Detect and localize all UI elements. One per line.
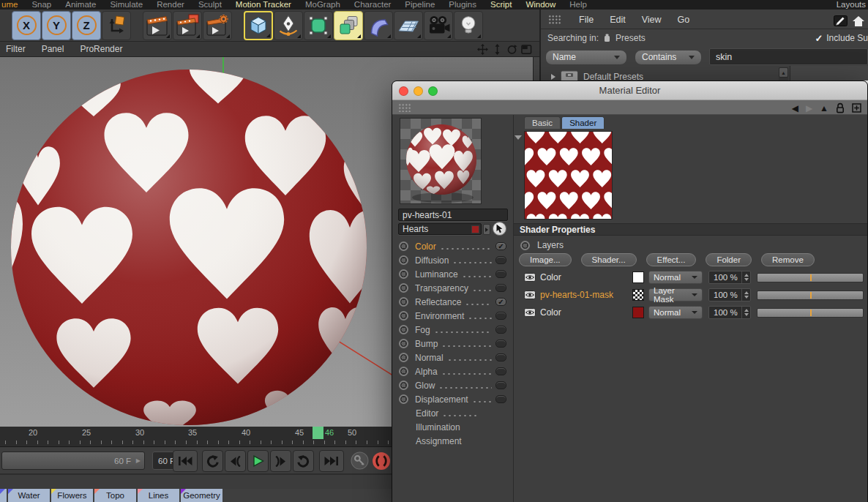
- channel-label[interactable]: Environment: [415, 311, 464, 321]
- channel-label[interactable]: Reflectance: [415, 297, 461, 307]
- loop-back-button[interactable]: [202, 450, 223, 472]
- image-button[interactable]: Image...: [519, 253, 572, 266]
- camera-button[interactable]: [424, 11, 453, 40]
- layer-label[interactable]: pv-hearts-01-mask: [540, 290, 632, 300]
- channel-checkbox[interactable]: [495, 256, 506, 264]
- menu-item[interactable]: Character: [354, 0, 392, 10]
- expand-arrow-icon[interactable]: [551, 74, 555, 80]
- layout-tab-flowers[interactable]: Flowers: [51, 489, 93, 502]
- play-button[interactable]: [247, 450, 269, 472]
- menu-item[interactable]: Script: [490, 0, 512, 10]
- viewport-menu-filter[interactable]: Filter: [6, 44, 26, 54]
- operator-dropdown[interactable]: Contains: [635, 50, 702, 65]
- channel-label[interactable]: Transparency: [415, 283, 468, 293]
- blend-mode-dropdown[interactable]: Layer Mask: [648, 288, 703, 301]
- search-input[interactable]: [709, 48, 868, 65]
- spline-pen-button[interactable]: [274, 11, 303, 40]
- shader-pattern-preview[interactable]: [524, 131, 613, 220]
- opacity-stepper[interactable]: [741, 307, 750, 318]
- field-dropdown[interactable]: Name: [545, 50, 627, 65]
- channel-checkbox[interactable]: [495, 367, 506, 375]
- loop-forward-button[interactable]: [293, 450, 314, 472]
- searching-scope-label[interactable]: Presets: [616, 33, 646, 43]
- channel-radio[interactable]: [399, 381, 408, 390]
- tab-basic[interactable]: Basic: [524, 116, 561, 129]
- menu-item[interactable]: Snap: [31, 0, 51, 10]
- up-icon[interactable]: ▲: [820, 103, 828, 113]
- shader-color-swatch[interactable]: [471, 225, 479, 233]
- menu-item[interactable]: Window: [525, 0, 555, 10]
- opacity-field[interactable]: 100 %: [708, 306, 751, 319]
- channel-label[interactable]: Luminance: [415, 269, 458, 280]
- scroll-up-icon[interactable]: ▲: [779, 67, 788, 78]
- blend-mode-dropdown[interactable]: Normal: [648, 271, 703, 284]
- subdivision-surface-button[interactable]: [304, 11, 333, 40]
- channel-radio[interactable]: [399, 325, 408, 334]
- grip-handle[interactable]: [398, 103, 411, 112]
- render-settings-button[interactable]: [203, 11, 232, 40]
- layers-radio[interactable]: [520, 241, 530, 250]
- channel-checkbox[interactable]: [495, 395, 506, 403]
- zoom-icon[interactable]: [492, 44, 503, 55]
- next-key-button[interactable]: [270, 450, 291, 472]
- channel-checkbox[interactable]: [495, 381, 506, 389]
- visibility-eye-icon[interactable]: [524, 308, 536, 317]
- cb-menu-view[interactable]: View: [642, 15, 662, 25]
- window-titlebar[interactable]: Material Editor: [392, 81, 867, 100]
- layer-swatch[interactable]: [632, 307, 644, 318]
- include-subfolders-checkbox[interactable]: ✓ Include Su: [815, 29, 868, 47]
- menu-item[interactable]: MoGraph: [305, 0, 340, 10]
- autokey-button[interactable]: [371, 451, 392, 471]
- channel-radio[interactable]: [399, 394, 408, 404]
- channel-label[interactable]: Bump: [415, 339, 438, 349]
- channel-checkbox[interactable]: [495, 340, 506, 348]
- shader-link-field[interactable]: Hearts: [398, 223, 482, 235]
- channel-label[interactable]: Normal: [415, 353, 444, 363]
- channel-radio[interactable]: [399, 339, 408, 348]
- coordinate-system-button[interactable]: [102, 11, 131, 40]
- channel-checkbox[interactable]: [495, 353, 506, 361]
- viewport-menu-panel[interactable]: Panel: [42, 44, 64, 54]
- channel-radio[interactable]: [399, 269, 408, 279]
- layout-tab-lines[interactable]: Lines: [138, 489, 179, 502]
- channel-radio[interactable]: [399, 353, 408, 362]
- effect-button[interactable]: Effect...: [646, 253, 697, 266]
- close-button[interactable]: [399, 86, 408, 96]
- menu-item[interactable]: Render: [157, 0, 184, 10]
- minimize-button[interactable]: [414, 86, 423, 96]
- forward-icon[interactable]: ▶: [806, 103, 812, 113]
- channel-radio[interactable]: [399, 367, 408, 376]
- zoom-button[interactable]: [428, 86, 438, 96]
- extrude-generator-button[interactable]: [334, 11, 363, 40]
- layout-tab-water[interactable]: Water: [8, 489, 50, 502]
- deformer-button[interactable]: [364, 11, 393, 40]
- home-icon[interactable]: [853, 16, 864, 26]
- channel-label[interactable]: Assignment: [416, 436, 462, 446]
- visibility-eye-icon[interactable]: [524, 291, 536, 299]
- channel-label[interactable]: Displacement: [415, 394, 468, 405]
- channel-label[interactable]: Illumination: [416, 422, 460, 432]
- edit-pencil-icon[interactable]: [834, 15, 848, 26]
- primitive-cube-button[interactable]: [244, 11, 273, 40]
- layer-label[interactable]: Color: [540, 307, 632, 318]
- channel-checkbox[interactable]: ✓: [495, 242, 506, 250]
- opacity-stepper[interactable]: [741, 271, 750, 283]
- shader-button[interactable]: Shader...: [581, 253, 637, 266]
- menu-item[interactable]: Simulate: [110, 0, 143, 10]
- lock-icon[interactable]: [836, 102, 845, 113]
- light-button[interactable]: [454, 11, 483, 40]
- menu-item[interactable]: Animate: [65, 0, 96, 10]
- goto-end-button[interactable]: [319, 450, 344, 472]
- layout-tab-geometry[interactable]: Geometry: [181, 489, 222, 502]
- back-icon[interactable]: ◀: [792, 103, 798, 113]
- opacity-field[interactable]: 100 %: [708, 288, 751, 301]
- material-preview[interactable]: [400, 118, 482, 204]
- menu-layouts[interactable]: Layouts: [837, 0, 866, 10]
- channel-checkbox[interactable]: [495, 270, 506, 278]
- keyframe-button[interactable]: [349, 451, 370, 471]
- menu-item[interactable]: ume: [1, 0, 18, 10]
- opacity-slider[interactable]: [757, 273, 864, 282]
- grip-handle[interactable]: [548, 15, 561, 25]
- goto-start-button[interactable]: [173, 450, 198, 472]
- render-picture-viewer-button[interactable]: [173, 11, 202, 40]
